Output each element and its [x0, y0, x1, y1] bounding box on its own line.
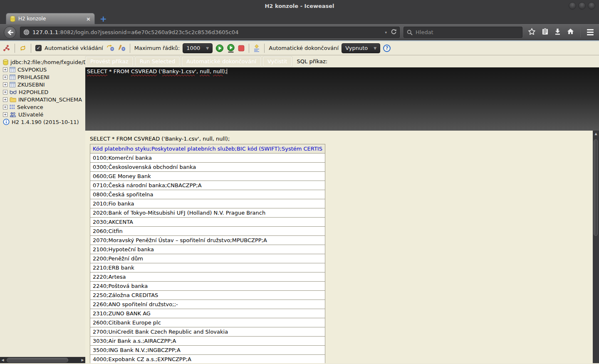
- table-cell: 2060;Citfin: [90, 227, 325, 236]
- table-row: 2060;Citfin: [90, 227, 325, 236]
- reload-icon[interactable]: [391, 28, 396, 36]
- table-row: 2600;Citibank Europe plc: [90, 318, 325, 327]
- tab-h2-konzole[interactable]: H2 konzole ×: [6, 13, 95, 24]
- tree-item-h2pohled[interactable]: +H2POHLED: [0, 88, 85, 96]
- commit-icon[interactable]: 0: [106, 45, 115, 52]
- tree-item-information-schema[interactable]: +INFORMATION_SCHEMA: [0, 96, 85, 103]
- table-cell: 2010;Fio banka: [90, 199, 325, 208]
- chevron-down-icon: ▼: [206, 46, 209, 50]
- rollback-icon[interactable]: 0: [118, 45, 126, 52]
- autocomplete-icon[interactable]: [253, 44, 260, 52]
- table-row: 2030;AKCENTA: [90, 218, 325, 227]
- results-vertical-scrollbar[interactable]: ▲: [593, 131, 599, 363]
- expand-icon[interactable]: +: [3, 97, 7, 102]
- bookmarks-list-icon[interactable]: [542, 28, 548, 37]
- table-cell: 2310;ZUNO BANK AG: [90, 309, 325, 318]
- tree-item-u-ivatel[interactable]: +Uživatelé: [0, 111, 85, 118]
- navigation-toolbar: 127.0.1.1:8082/login.do?jsessionid=a6e70…: [0, 24, 599, 40]
- scrollbar-thumb[interactable]: [594, 139, 598, 236]
- search-box[interactable]: [403, 27, 522, 38]
- refresh-tree-icon[interactable]: [19, 45, 27, 52]
- autocomplete-select[interactable]: Vypnuto▼: [342, 43, 380, 53]
- menu-hamburger-icon[interactable]: [587, 29, 594, 35]
- tree-item-csvpokus[interactable]: +CSVPOKUS: [0, 66, 85, 73]
- table-cell: 2030;AKCENTA: [90, 218, 325, 227]
- tree-item-h2-1-4-190-2015-10-11[interactable]: H2 1.4.190 (2015-10-11): [0, 118, 85, 126]
- run-selected-text-button[interactable]: Run Selected: [135, 57, 180, 67]
- download-icon[interactable]: [554, 28, 561, 37]
- tree-horizontal-scrollbar[interactable]: ◀ ▶: [0, 357, 85, 363]
- tree-item-jdbc-h2-file-home-fxguide-d[interactable]: jdbc:h2:file:/home/fxguide/D: [0, 58, 85, 66]
- new-tab-button[interactable]: +: [100, 15, 107, 22]
- tree-item-label: Uživatelé: [18, 111, 43, 118]
- window-minimize-button[interactable]: [569, 2, 576, 10]
- run-selected-button[interactable]: [227, 44, 235, 53]
- max-rows-select[interactable]: 1000▼: [183, 43, 213, 53]
- expand-icon[interactable]: +: [3, 67, 7, 72]
- window-titlebar: H2 konzole - Iceweasel: [0, 0, 599, 12]
- tree-item-sekvence[interactable]: +Sekvence: [0, 103, 85, 111]
- database-icon: [3, 59, 8, 65]
- search-input[interactable]: [416, 29, 511, 35]
- db-tree: jdbc:h2:file:/home/fxguide/D+CSVPOKUS+PR…: [0, 58, 85, 126]
- table-cell: 0800;Česká spořitelna: [90, 190, 325, 199]
- expand-icon[interactable]: +: [3, 90, 7, 94]
- back-button[interactable]: [4, 26, 16, 39]
- table-cell: 0300;Československá obchodní banka: [90, 163, 325, 172]
- autocommit-checkbox[interactable]: ✓: [35, 45, 42, 51]
- table-icon: [10, 74, 15, 80]
- h2-favicon: [10, 16, 15, 22]
- tree-item-prihlaseni[interactable]: +PRIHLASENI: [0, 73, 85, 81]
- table-cell: 2020;Bank of Tokyo-Mitsubishi UFJ (Holla…: [90, 208, 325, 218]
- window-controls: [569, 2, 595, 10]
- url-text: 127.0.1.1:8082/login.do?jsessionid=a6e70…: [32, 29, 238, 35]
- url-dropdown-icon[interactable]: ▾: [385, 30, 387, 35]
- tree-item-zkusebni[interactable]: +ZKUSEBNI: [0, 81, 85, 88]
- autocomplete-text-button[interactable]: Automatické dokončování: [182, 57, 261, 67]
- table-row: 2260;ANO spořitelní družstvo;;-: [90, 300, 325, 309]
- expand-icon[interactable]: +: [3, 105, 7, 109]
- table-icon: [10, 82, 15, 87]
- tree-item-label: PRIHLASENI: [17, 74, 50, 80]
- table-row: 2240;Poštová banka: [90, 282, 325, 291]
- url-bar[interactable]: 127.0.1.1:8082/login.do?jsessionid=a6e70…: [20, 27, 400, 38]
- bookmark-star-icon[interactable]: [528, 28, 536, 37]
- window-maximize-button[interactable]: [578, 2, 586, 10]
- home-icon[interactable]: [567, 28, 574, 36]
- run-button[interactable]: [215, 44, 224, 52]
- tab-close-icon[interactable]: ×: [86, 16, 91, 22]
- search-icon: [407, 30, 413, 35]
- results-header: Kód platebního styku;Poskytovatel plateb…: [90, 144, 325, 154]
- expand-icon[interactable]: +: [3, 82, 7, 87]
- scroll-left-icon[interactable]: ◀: [0, 358, 5, 362]
- autocomplete-label: Automatické dokončování: [269, 45, 339, 51]
- cancel-button[interactable]: [238, 45, 245, 52]
- tree-item-label: H2POHLED: [19, 89, 48, 95]
- execute-button[interactable]: Provést příkaz: [86, 57, 133, 67]
- scroll-up-icon[interactable]: ▲: [593, 131, 599, 137]
- table-row: 4000;Expobank CZ a.s.;EXPNCZPP;A: [90, 355, 325, 364]
- results-pane: SELECT * FROM CSVREAD ('Banky-1.csv', nu…: [85, 131, 599, 363]
- db-tree-panel: jdbc:h2:file:/home/fxguide/D+CSVPOKUS+PR…: [0, 55, 85, 363]
- users-icon: [10, 112, 16, 117]
- table-row: 2020;Bank of Tokyo-Mitsubishi UFJ (Holla…: [90, 208, 325, 218]
- table-row: 3030;Air Bank a.s.;AIRACZPP;A: [90, 337, 325, 346]
- sql-editor[interactable]: SELECT * FROM CSVREAD ('Banky-1.csv', nu…: [85, 67, 599, 131]
- sequence-icon: [10, 104, 15, 109]
- table-row: 2070;Moravský Peněžní Ústav – spořitelní…: [90, 236, 325, 245]
- clear-button[interactable]: Vyčistit: [263, 57, 292, 67]
- disconnect-icon[interactable]: [3, 45, 10, 52]
- chevron-down-icon: ▼: [374, 46, 376, 50]
- window-close-button[interactable]: [588, 2, 595, 10]
- scroll-right-icon[interactable]: ▶: [80, 358, 85, 362]
- scrollbar-thumb[interactable]: [7, 358, 68, 362]
- table-row: 3500;ING Bank N.V.;INGBCZPP;A: [90, 346, 325, 355]
- expand-icon[interactable]: +: [3, 75, 7, 79]
- help-icon[interactable]: ?: [383, 45, 391, 52]
- expand-icon[interactable]: +: [3, 112, 7, 117]
- tab-label: H2 konzole: [18, 16, 83, 22]
- table-cell: 2220;Artesa: [90, 272, 325, 282]
- table-cell: 2100;Hypoteční banka: [90, 245, 325, 254]
- folder-icon: [10, 97, 16, 102]
- tree-item-label: Sekvence: [17, 104, 43, 110]
